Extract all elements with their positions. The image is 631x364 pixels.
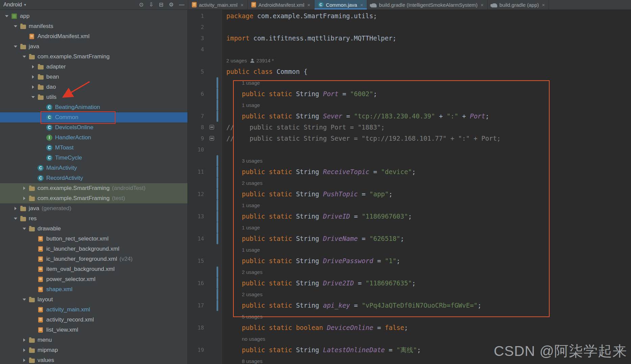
tree-row[interactable]: com.example.SmartFraming(androidTest) <box>0 183 187 193</box>
tree-row[interactable]: values <box>0 355 187 364</box>
line-number[interactable]: 13 <box>188 211 222 222</box>
tree-row[interactable]: adapter <box>0 62 187 72</box>
line-number[interactable] <box>188 77 222 88</box>
code-line[interactable] <box>222 22 226 33</box>
tree-row[interactable]: item_oval_background.xml <box>0 264 187 274</box>
tree-row[interactable]: manifests <box>0 21 187 31</box>
tree-row[interactable]: CDevicelsOnline <box>0 122 187 133</box>
code-row[interactable]: 1package com.example.SmartFraming.utils; <box>188 10 631 22</box>
line-number[interactable]: 8 <box>188 122 222 133</box>
line-number[interactable]: 1 <box>188 10 222 22</box>
chevron-down-icon[interactable] <box>30 96 36 98</box>
code-line[interactable]: public class Common { <box>222 66 307 77</box>
line-number[interactable] <box>188 267 222 278</box>
usage-hint[interactable]: 8 usages <box>242 356 262 364</box>
close-icon[interactable]: × <box>307 2 310 8</box>
chevron-right-icon[interactable] <box>21 348 28 352</box>
line-number[interactable]: 17 <box>188 300 222 311</box>
tree-row[interactable]: java(generated) <box>0 203 187 214</box>
chevron-down-icon[interactable] <box>12 46 19 48</box>
line-number[interactable]: 3 <box>188 33 222 44</box>
settings-icon[interactable]: ⚙ <box>169 2 174 7</box>
editor-tab[interactable]: build.gradle (app)× <box>488 0 549 9</box>
fold-icon[interactable] <box>209 125 214 130</box>
tree-row[interactable]: com.example.SmartFraming <box>0 52 187 62</box>
code-row[interactable]: 3import com.itfitness.mqttlibrary.MQTTHe… <box>188 33 631 44</box>
chevron-down-icon[interactable] <box>21 228 28 230</box>
line-number[interactable] <box>188 356 222 364</box>
tree-row[interactable]: menu <box>0 335 187 345</box>
tree-row[interactable]: java <box>0 41 187 52</box>
close-icon[interactable]: × <box>360 2 363 8</box>
chevron-right-icon[interactable] <box>21 338 28 342</box>
line-number[interactable]: 14 <box>188 233 222 244</box>
line-number[interactable]: 12 <box>188 189 222 200</box>
tree-row[interactable]: CMainActivity <box>0 163 187 173</box>
line-number[interactable]: 16 <box>188 278 222 289</box>
line-number[interactable]: 18 <box>188 322 222 333</box>
line-number[interactable]: 2 <box>188 22 222 33</box>
code-row[interactable]: 18public static boolean DeviceOnline = f… <box>188 322 631 333</box>
usage-hint-line[interactable]: 2 usages23914 * <box>222 55 274 66</box>
chevron-right-icon[interactable] <box>21 359 28 362</box>
editor-tab[interactable]: build.gradle (IntelligentSmokeAlarmSyste… <box>367 0 488 9</box>
line-number[interactable] <box>188 200 222 211</box>
fold-icon[interactable] <box>209 136 214 141</box>
tree-row[interactable]: shape.xml <box>0 284 187 295</box>
tree-row[interactable]: AndroidManifest.xml <box>0 31 187 41</box>
line-number[interactable]: 9 <box>188 133 222 144</box>
select-opened-file-icon[interactable]: ⊙ <box>139 2 143 7</box>
line-number[interactable] <box>188 55 222 66</box>
line-number[interactable] <box>188 333 222 344</box>
close-icon[interactable]: × <box>241 2 244 8</box>
line-number[interactable] <box>188 311 222 322</box>
chevron-right-icon[interactable] <box>30 85 36 89</box>
tree-row[interactable]: res <box>0 214 187 224</box>
close-icon[interactable]: × <box>542 2 545 8</box>
collapse-all-icon[interactable]: ⊟ <box>159 2 163 7</box>
editor-tab[interactable]: AndroidManifest.xml× <box>248 0 314 9</box>
usage-hint[interactable]: no usages <box>242 333 265 344</box>
author-hint[interactable]: 23914 * <box>256 55 274 66</box>
code-row[interactable]: 4 <box>188 44 631 55</box>
code-line[interactable]: public static String LatestOnlineDate = … <box>222 344 421 356</box>
tree-row[interactable]: power_selector.xml <box>0 274 187 284</box>
close-icon[interactable]: × <box>481 2 484 8</box>
tree-row[interactable]: IHandlerAction <box>0 133 187 143</box>
line-number[interactable]: 10 <box>188 144 222 155</box>
line-number[interactable] <box>188 244 222 255</box>
usage-hint-line[interactable]: no usages <box>222 333 265 344</box>
tree-row[interactable]: activity_main.xml <box>0 305 187 315</box>
code-line[interactable]: public static boolean DeviceOnline = fal… <box>222 322 408 333</box>
tree-row[interactable]: ic_launcher_background.xml <box>0 244 187 254</box>
chevron-down-icon[interactable] <box>21 299 28 301</box>
tree-row[interactable]: layout <box>0 295 187 305</box>
line-number[interactable]: 5 <box>188 66 222 77</box>
line-number[interactable]: 19 <box>188 344 222 356</box>
chevron-down-icon[interactable] <box>12 218 19 220</box>
chevron-right-icon[interactable] <box>30 75 36 79</box>
chevron-down-icon[interactable] <box>21 56 28 58</box>
chevron-down-icon[interactable] <box>3 15 10 17</box>
line-number[interactable]: 4 <box>188 44 222 55</box>
project-view-selector[interactable]: Android ▾ <box>3 2 26 8</box>
hide-panel-icon[interactable]: — <box>179 2 184 7</box>
tree-row[interactable]: app <box>0 11 187 21</box>
chevron-right-icon[interactable] <box>21 187 28 190</box>
tree-row[interactable]: list_view.xml <box>0 325 187 335</box>
usage-hint[interactable]: 2 usages <box>226 55 247 66</box>
code-line[interactable] <box>222 144 226 155</box>
tree-row[interactable]: button_rect_selector.xml <box>0 234 187 244</box>
line-number[interactable]: 15 <box>188 255 222 267</box>
code-row[interactable]: 2 <box>188 22 631 33</box>
editor-tab[interactable]: activity_main.xml× <box>188 0 248 9</box>
chevron-right-icon[interactable] <box>12 207 19 210</box>
line-number[interactable] <box>188 289 222 300</box>
chevron-right-icon[interactable] <box>21 197 28 200</box>
line-number[interactable]: 7 <box>188 111 222 122</box>
scroll-from-source-icon[interactable]: ⇩ <box>149 2 153 7</box>
usage-hint-row[interactable]: 2 usages23914 * <box>188 55 631 66</box>
tree-row[interactable]: CMToast <box>0 143 187 153</box>
chevron-right-icon[interactable] <box>30 65 36 68</box>
code-row[interactable]: 5public class Common { <box>188 66 631 77</box>
